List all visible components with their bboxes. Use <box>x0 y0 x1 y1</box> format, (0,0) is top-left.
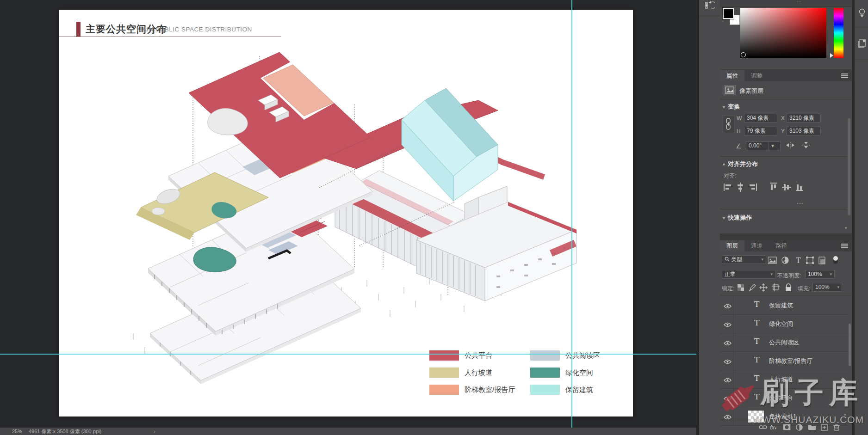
libraries-button[interactable] <box>855 27 868 60</box>
layers-bottom-toolbar: fx▾ <box>720 420 852 435</box>
layer-name[interactable]: 公共阅读区 <box>769 338 799 347</box>
layer-row[interactable]: T公共阅读区 <box>720 333 849 352</box>
x-label: X <box>781 115 785 122</box>
filter-toggle-pin <box>833 256 838 264</box>
layer-visibility-eye-icon[interactable] <box>724 321 732 329</box>
horizontal-guide[interactable] <box>0 354 696 355</box>
opacity-field[interactable]: 100%▾ <box>805 270 835 279</box>
add-mask-button[interactable] <box>783 424 791 432</box>
hue-slider[interactable] <box>834 8 843 58</box>
flip-horizontal-button[interactable] <box>786 141 795 151</box>
layer-style-button[interactable]: fx▾ <box>770 424 776 431</box>
diagram-title-block: 主要公共空间分布 MAIN PUBLIC SPACE DISTRIBUTION <box>59 21 346 37</box>
foreground-color-swatch[interactable] <box>723 8 734 19</box>
layer-row[interactable]: T保留建筑 <box>720 296 849 315</box>
status-chevron-icon[interactable]: › <box>154 428 155 435</box>
legend-label: 绿化空间 <box>565 368 593 377</box>
tab-adjustments[interactable]: 调整 <box>744 70 769 81</box>
quick-actions-header[interactable]: ▾快速操作 <box>720 214 845 223</box>
layer-name[interactable]: 绿化空间 <box>769 320 793 328</box>
title-underline <box>59 36 281 37</box>
document-canvas[interactable]: 主要公共空间分布 MAIN PUBLIC SPACE DISTRIBUTION … <box>59 10 633 417</box>
layers-scroll-down-icon[interactable]: ▾ <box>844 412 846 417</box>
tab-channels[interactable]: 通道 <box>744 240 769 251</box>
layers-tabbar: 图层通道路径 <box>720 240 852 251</box>
panel-column: ·· 属性调整 像素图层 ▾变换 <box>720 0 852 435</box>
filter-kind-buttons: T <box>768 256 842 267</box>
align-buttons <box>724 183 830 194</box>
text-layer-icon: T <box>754 337 759 346</box>
h-label: H <box>737 128 741 135</box>
hue-slider-marker[interactable] <box>830 53 833 58</box>
new-group-button[interactable] <box>808 424 816 432</box>
angle-icon: ∠ <box>736 142 742 150</box>
align-more-button[interactable]: ... <box>797 198 804 205</box>
legend-label: 公共阅读区 <box>565 351 600 360</box>
layer-name[interactable]: 保留建筑 <box>769 301 793 310</box>
filter-type-label: 类型 <box>731 256 742 263</box>
angle-field[interactable]: 0.00° <box>746 141 771 150</box>
link-dimensions-button[interactable] <box>723 116 735 133</box>
legend-label: 阶梯教室/报告厅 <box>465 386 515 394</box>
lock-label: 锁定: <box>722 285 734 293</box>
color-selection-ring[interactable] <box>741 52 746 57</box>
lock-pixels-icon <box>750 284 756 291</box>
svg-text:T: T <box>796 256 801 265</box>
panel-tab-dots: ·· <box>797 0 802 4</box>
legend-swatch <box>429 350 459 361</box>
tab-paths[interactable]: 路径 <box>769 240 794 251</box>
layer-visibility-eye-icon[interactable] <box>724 339 732 348</box>
layer-visibility-eye-icon[interactable] <box>724 302 732 311</box>
align-left-icon <box>724 184 731 191</box>
history-panel-button[interactable] <box>699 0 720 16</box>
layer-type-label: 像素图层 <box>739 87 763 95</box>
layer-row[interactable]: T阶梯教室/报告厅 <box>720 351 849 370</box>
align-right-icon <box>750 184 757 191</box>
layers-menu-icon[interactable] <box>841 244 848 248</box>
adjustment-layer-button[interactable] <box>796 424 803 433</box>
angle-dropdown[interactable]: ▾ <box>769 141 781 150</box>
legend-swatch <box>429 385 459 395</box>
blend-mode-select[interactable]: 正常▾ <box>722 270 775 279</box>
new-layer-button[interactable] <box>821 424 828 433</box>
layer-name[interactable]: 公共平台 <box>769 394 793 402</box>
discover-button[interactable] <box>855 0 868 27</box>
layers-scrollbar[interactable] <box>849 324 851 366</box>
color-panel-tabstrip[interactable]: ·· <box>720 0 852 7</box>
align-top-icon <box>770 183 777 190</box>
layer-row[interactable]: T公共平台 <box>720 388 849 407</box>
collapsed-dock-strip <box>698 0 721 435</box>
tab-layers[interactable]: 图层 <box>720 240 744 251</box>
layer-name[interactable]: 人行坡道 <box>769 375 793 384</box>
delete-layer-button[interactable] <box>833 424 840 433</box>
transform-section-header[interactable]: ▾变换 <box>720 103 845 112</box>
layer-row[interactable]: T绿化空间 <box>720 314 849 333</box>
height-field[interactable]: 79 像素 <box>744 127 777 135</box>
x-field[interactable]: 3210 像素 <box>787 114 821 123</box>
layer-visibility-eye-icon[interactable] <box>724 395 732 403</box>
width-field[interactable]: 304 像素 <box>744 114 777 123</box>
layer-visibility-eye-icon[interactable] <box>724 376 732 385</box>
legend-label: 人行坡道 <box>465 368 492 377</box>
document-info: 4961 像素 x 3508 像素 (300 ppi) <box>29 428 101 435</box>
vertical-guide[interactable] <box>571 0 572 428</box>
foreground-background-swatches[interactable] <box>723 8 741 26</box>
layer-row[interactable]: T人行坡道 <box>720 370 849 389</box>
panel-scroll-down-icon[interactable]: ▾ <box>845 226 847 230</box>
fill-field[interactable]: 100%▾ <box>812 283 842 292</box>
w-label: W <box>737 115 742 122</box>
y-field[interactable]: 3103 像素 <box>787 127 821 135</box>
layer-visibility-eye-icon[interactable] <box>724 358 732 366</box>
properties-scrollbar[interactable] <box>848 118 850 215</box>
layer-name[interactable]: 阶梯教室/报告厅 <box>769 357 813 365</box>
layer-filter-select[interactable]: 类型 ▾ <box>722 255 766 264</box>
link-layers-button[interactable] <box>759 424 767 432</box>
align-section-header[interactable]: ▾对齐并分布 <box>720 160 845 169</box>
zoom-level-field[interactable]: 25% <box>12 428 22 435</box>
saturation-brightness-box[interactable] <box>740 8 826 58</box>
lock-all-icon <box>786 284 791 291</box>
tab-properties[interactable]: 属性 <box>720 70 744 81</box>
filter-adjustment-icon <box>782 257 788 263</box>
flip-vertical-button[interactable] <box>801 141 811 151</box>
properties-menu-icon[interactable] <box>841 74 848 78</box>
